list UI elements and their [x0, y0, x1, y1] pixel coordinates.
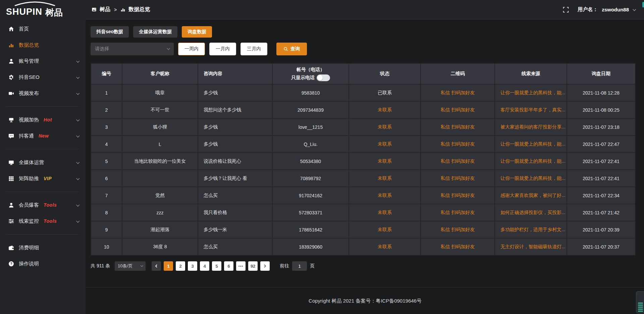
copyright-text: Copyright 树品 2021 备案号：粤ICP备09019646号 [309, 298, 422, 314]
qr-scan-add-friend-link[interactable]: 扫码加好友 [451, 227, 475, 232]
source-link[interactable]: 让你一眼就爱上的黑科技，能... [500, 175, 566, 181]
source-link[interactable]: 让你一眼就爱上的黑科技，能... [500, 141, 566, 147]
qr-private-message-link[interactable]: 私信 [441, 158, 450, 164]
qr-scan-add-friend-link[interactable]: 扫码加好友 [451, 158, 475, 164]
qr-private-message-link[interactable]: 私信 [441, 244, 450, 249]
sidebar-item-consumption-detail[interactable]: 消费明细 [0, 240, 86, 256]
pagination-next-button[interactable] [260, 261, 270, 271]
qr-private-message-link[interactable]: 私信 [441, 227, 450, 232]
username[interactable]: zswodun88 [602, 7, 629, 12]
source-link[interactable]: 被大家追着问的客厅投影分享... [500, 124, 566, 129]
source-link[interactable]: 让你一眼就爱上的黑科技，能... [500, 90, 566, 95]
sidebar-item-video-heat[interactable]: 视频加热Hot [0, 112, 86, 128]
tab-inquiry-data[interactable]: 询盘数据 [182, 26, 212, 38]
user-area: 用户名： zswodun88 [563, 6, 635, 13]
menu-divider [6, 149, 79, 149]
svg-text:?: ? [10, 262, 12, 266]
qr-scan-add-friend-link[interactable]: 扫码加好友 [451, 210, 475, 215]
sidebar-item-label: 数据总览 [19, 42, 39, 48]
sidebar-item-douketong[interactable]: 抖客通New [0, 128, 86, 144]
chevron-right-icon [263, 264, 267, 268]
page-size-select[interactable]: 10条/页 [115, 261, 146, 271]
sidebar-item-member-burst[interactable]: 会员爆客Tools [0, 197, 86, 213]
qr-private-message-link[interactable]: 私信 [441, 124, 450, 129]
qr-private-message-link[interactable]: 私信 [441, 107, 450, 112]
sidebar-item-video-publish[interactable]: 视频发布 [0, 85, 86, 101]
page-size-value: 10条/页 [118, 263, 132, 269]
qr-private-message-link[interactable]: 私信 [441, 193, 450, 198]
pagination-page-92[interactable]: 92 [248, 261, 258, 271]
status-badge: 未联系 [378, 227, 392, 232]
sidebar-item-matrix-boost[interactable]: 矩阵助推VIP [0, 170, 86, 187]
source-link[interactable]: 客厅安装投影半年多了，真实... [500, 107, 566, 112]
pagination-page-1[interactable]: 1 [164, 261, 173, 271]
corner-widget[interactable] [636, 291, 644, 313]
chevron-down-icon [76, 177, 79, 180]
header-qrcode: 二维码 [421, 63, 495, 84]
status-badge: 未联系 [378, 158, 392, 164]
pagination-page-2[interactable]: 2 [176, 261, 185, 271]
pagination-page-5[interactable]: 5 [212, 261, 221, 271]
pagination-page-6[interactable]: 6 [224, 261, 233, 271]
source-link[interactable]: 如何正确选择投影仪，买投影... [500, 210, 566, 215]
home-icon [8, 26, 14, 32]
qr-scan-add-friend-link[interactable]: 扫码加好友 [451, 175, 475, 181]
qr-scan-add-friend-link[interactable]: 扫码加好友 [451, 244, 475, 249]
pagination-page-4[interactable]: 4 [200, 261, 209, 271]
cell-nickname: zzz [122, 204, 198, 221]
chevron-down-icon [76, 161, 79, 164]
qr-scan-add-friend-link[interactable]: 扫码加好友 [451, 193, 475, 198]
chevron-down-icon[interactable] [633, 8, 635, 11]
sidebar-item-douyin-seo[interactable]: 抖音SEO [0, 69, 86, 85]
source-link[interactable]: 无主灯设计，智能磁吸轨道灯... [500, 244, 566, 249]
cell-content: 我只看价格 [198, 204, 272, 221]
sidebar-item-media-operation[interactable]: 全媒体运营 [0, 154, 86, 170]
cell-id: 5 [91, 153, 122, 170]
table-row: 3狐小狸多少钱love__1215未联系私信 扫码加好友被大家追着问的客厅投影分… [91, 118, 635, 136]
logo[interactable]: SHUPIN 树品 [0, 0, 86, 19]
sidebar-item-operation-guide[interactable]: ?操作说明 [0, 256, 86, 272]
table-row: 6多少钱？让我死心 看70898792未联系私信 扫码加好友让你一眼就爱上的黑科… [91, 170, 635, 187]
period-button-one-week[interactable]: 一周内 [178, 43, 205, 55]
qr-scan-add-friend-link[interactable]: 扫码加好友 [451, 90, 475, 95]
pagination-page-3[interactable]: 3 [188, 261, 197, 271]
qr-scan-add-friend-link[interactable]: 扫码加好友 [451, 107, 475, 112]
query-button[interactable]: 查询 [276, 43, 307, 55]
period-button-three-months[interactable]: 三月内 [240, 43, 267, 55]
chevron-down-icon [76, 60, 79, 62]
qr-private-message-link[interactable]: 私信 [441, 90, 450, 95]
phone-only-label: 只显示电话 [291, 75, 315, 81]
pagination: 共 911 条 10条/页 123456•••92 前往 页 [91, 261, 636, 271]
qr-private-message-link[interactable]: 私信 [441, 210, 450, 215]
source-link[interactable]: 多功能护栏灯，适用于乡村文... [500, 227, 566, 232]
sidebar-item-account-management[interactable]: 账号管理 [0, 53, 86, 69]
widget-bar [638, 311, 643, 312]
qr-scan-add-friend-link[interactable]: 扫码加好友 [451, 141, 475, 147]
sidebar-item-home[interactable]: 首页 [0, 21, 86, 37]
sidebar-item-data-overview[interactable]: 数据总览 [0, 37, 86, 53]
qr-private-message-link[interactable]: 私信 [441, 141, 450, 147]
cell-account: 50534380 [272, 153, 349, 170]
cell-date: 2021-11-07 22:41 [567, 170, 635, 187]
qr-private-message-link[interactable]: 私信 [441, 175, 450, 181]
tab-douyin-seo-data[interactable]: 抖音seo数据 [91, 26, 129, 38]
tab-media-operation-data[interactable]: 全媒体运营数据 [133, 26, 177, 38]
breadcrumb-root[interactable]: 树品 [100, 6, 110, 13]
sidebar-item-label: 视频加热 [19, 117, 39, 123]
pagination-prev-button[interactable] [152, 261, 161, 271]
qr-scan-add-friend-link[interactable]: 扫码加好友 [451, 124, 475, 129]
period-button-one-month[interactable]: 一月内 [209, 43, 236, 55]
source-link[interactable]: 感谢大家喜欢我家，被问了好... [500, 193, 566, 198]
fullscreen-icon[interactable] [563, 7, 569, 13]
cell-nickname: 潮起潮落 [122, 221, 198, 238]
pagination-ellipsis[interactable]: ••• [236, 261, 246, 271]
menu-divider [6, 234, 79, 234]
goto-page-input[interactable] [292, 261, 307, 271]
phone-only-toggle[interactable] [317, 74, 330, 81]
source-link[interactable]: 让你一眼就爱上的黑科技，能... [500, 158, 566, 164]
table-header-row: 编号 客户昵称 咨询内容 帐号（电话） 只显示电话 [91, 63, 635, 84]
header-id: 编号 [91, 63, 122, 84]
sidebar-item-clue-monitor[interactable]: 线索监控Tools [0, 213, 86, 229]
filters: 请选择 一周内一月内三月内 查询 [91, 43, 636, 55]
filter-select[interactable]: 请选择 [91, 43, 174, 55]
